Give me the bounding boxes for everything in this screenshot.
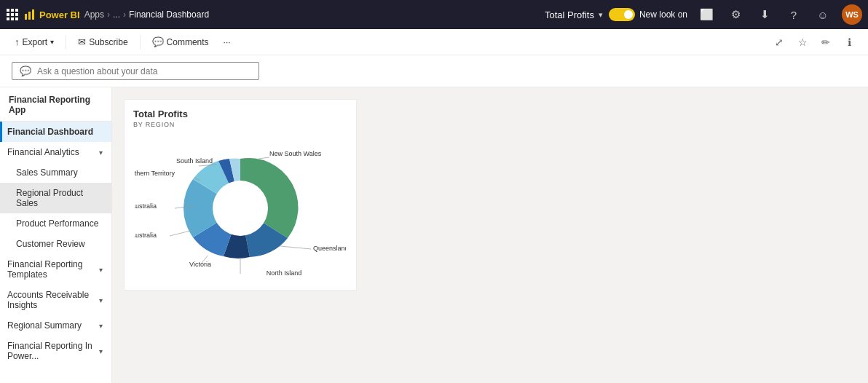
center-title-text: Total Profits bbox=[545, 9, 594, 20]
sidebar-item-sales-summary[interactable]: Sales Summary bbox=[0, 162, 111, 183]
donut-hole bbox=[213, 181, 268, 236]
sidebar-item-financial-analytics[interactable]: Financial Analytics ▾ bbox=[0, 142, 111, 162]
chart-subtitle: BY REGION bbox=[133, 121, 347, 128]
svg-rect-10 bbox=[28, 12, 31, 20]
sidebar-app-name-text: Financial Reporting App bbox=[9, 95, 90, 115]
nav-right: New look on ⬜ ⚙ ⬇ ? ☺ WS bbox=[609, 4, 862, 25]
app-grid-icon[interactable] bbox=[6, 8, 19, 21]
sidebar-item-label: Customer Review bbox=[16, 239, 103, 249]
svg-line-17 bbox=[280, 246, 311, 249]
top-navigation: Power BI Apps › ... › Financial Dashboar… bbox=[0, 0, 868, 29]
new-look-toggle[interactable] bbox=[609, 8, 635, 21]
sidebar-item-regional-summary[interactable]: Regional Summary ▾ bbox=[0, 315, 111, 336]
sidebar-item-financial-dashboard[interactable]: Financial Dashboard bbox=[0, 122, 111, 142]
chevron-down-icon: ▾ bbox=[99, 322, 103, 330]
chevron-down-icon: ▾ bbox=[99, 296, 103, 304]
subscribe-button[interactable]: ✉ Subscribe bbox=[72, 33, 133, 50]
ask-question-bar: 💬 bbox=[0, 55, 868, 87]
svg-rect-6 bbox=[7, 17, 9, 20]
new-look-toggle-container: New look on bbox=[609, 8, 687, 21]
label-queensland: Queensland bbox=[313, 245, 346, 252]
sidebar-item-label: Financial Analytics bbox=[7, 147, 99, 157]
svg-rect-2 bbox=[15, 9, 18, 12]
export-button[interactable]: ↑ Export ▾ bbox=[9, 33, 60, 50]
export-label: Export bbox=[23, 37, 48, 47]
settings-icon[interactable]: ⚙ bbox=[725, 4, 746, 25]
power-bi-label: Power BI bbox=[39, 9, 80, 20]
svg-line-16 bbox=[170, 230, 193, 236]
subscribe-icon: ✉ bbox=[78, 36, 86, 47]
edit-icon[interactable]: ✏ bbox=[816, 32, 836, 52]
sidebar: Financial Reporting App Financial Dashbo… bbox=[0, 87, 112, 383]
label-south-australia: South Australia bbox=[135, 232, 157, 239]
label-western-australia: Western Australia bbox=[135, 202, 157, 210]
sidebar-item-accounts-receivable[interactable]: Accounts Receivable Insights ▾ bbox=[0, 285, 111, 315]
emoji-icon[interactable]: ☺ bbox=[813, 4, 833, 25]
ask-input[interactable] bbox=[37, 66, 251, 76]
svg-rect-5 bbox=[15, 13, 18, 16]
toolbar-separator-2 bbox=[140, 35, 141, 50]
sidebar-item-label: Regional Product Sales bbox=[16, 188, 103, 208]
sidebar-item-financial-reporting-templates[interactable]: Financial Reporting Templates ▾ bbox=[0, 254, 111, 285]
ask-input-container[interactable]: 💬 bbox=[12, 62, 259, 80]
chevron-down-icon: ▾ bbox=[99, 347, 103, 355]
toolbar-right-actions: ⤢ ☆ ✏ ℹ bbox=[769, 32, 859, 52]
export-icon: ↑ bbox=[15, 36, 20, 47]
user-avatar[interactable]: WS bbox=[842, 4, 862, 25]
action-toolbar: ↑ Export ▾ ✉ Subscribe 💬 Comments ··· ⤢ … bbox=[0, 29, 868, 55]
breadcrumb-current: Financial Dashboard bbox=[129, 9, 209, 20]
sidebar-item-label: Regional Summary bbox=[7, 320, 99, 331]
nav-left: Power BI Apps › ... › Financial Dashboar… bbox=[6, 8, 539, 21]
new-look-label: New look on bbox=[639, 9, 687, 20]
sidebar-item-financial-reporting-power[interactable]: Financial Reporting In Power... ▾ bbox=[0, 336, 111, 366]
sidebar-item-label: Accounts Receivable Insights bbox=[7, 290, 99, 310]
breadcrumb-apps[interactable]: Apps bbox=[84, 9, 104, 20]
info-icon[interactable]: ℹ bbox=[839, 32, 859, 52]
svg-rect-8 bbox=[15, 17, 18, 20]
title-chevron-icon[interactable]: ▾ bbox=[599, 10, 603, 20]
donut-chart-area: New South Wales South Island Northern Te… bbox=[133, 135, 347, 281]
chart-title: Total Profits bbox=[133, 108, 347, 119]
star-icon[interactable]: ☆ bbox=[792, 32, 813, 52]
label-nsw: New South Wales bbox=[269, 150, 322, 157]
download-icon[interactable]: ⬇ bbox=[754, 4, 775, 25]
more-icon: ··· bbox=[224, 37, 231, 47]
ask-chat-icon: 💬 bbox=[20, 66, 31, 76]
power-bi-logo[interactable]: Power BI bbox=[23, 8, 80, 21]
chevron-down-icon: ▾ bbox=[99, 266, 103, 274]
label-south-island: South Island bbox=[176, 157, 213, 165]
sidebar-item-label: Financial Dashboard bbox=[7, 127, 103, 137]
svg-rect-9 bbox=[25, 14, 27, 20]
nav-center-title: Total Profits ▾ bbox=[545, 9, 603, 20]
svg-rect-7 bbox=[11, 17, 14, 20]
sidebar-app-name: Financial Reporting App bbox=[0, 87, 111, 122]
sidebar-item-label: Financial Reporting Templates bbox=[7, 259, 99, 280]
chevron-up-icon: ▾ bbox=[99, 149, 103, 157]
monitor-icon[interactable]: ⬜ bbox=[696, 4, 717, 25]
sidebar-item-regional-product-sales[interactable]: Regional Product Sales bbox=[0, 183, 111, 213]
comments-icon: 💬 bbox=[152, 36, 164, 47]
toolbar-separator-1 bbox=[66, 35, 66, 50]
sidebar-item-label: Financial Reporting In Power... bbox=[7, 341, 99, 361]
label-victoria: Victoria bbox=[189, 261, 211, 268]
breadcrumb: Apps › ... › Financial Dashboard bbox=[84, 9, 209, 20]
avatar-initials: WS bbox=[845, 10, 859, 19]
sidebar-item-label: Sales Summary bbox=[16, 167, 103, 178]
donut-chart-svg: New South Wales South Island Northern Te… bbox=[135, 135, 346, 281]
breadcrumb-ellipsis[interactable]: ... bbox=[113, 9, 120, 20]
comments-button[interactable]: 💬 Comments bbox=[146, 33, 215, 50]
subscribe-label: Subscribe bbox=[89, 37, 127, 47]
sidebar-item-customer-review[interactable]: Customer Review bbox=[0, 234, 111, 254]
content-area: Total Profits BY REGION New South Wales … bbox=[112, 87, 868, 383]
svg-rect-11 bbox=[32, 9, 34, 20]
fullscreen-icon[interactable]: ⤢ bbox=[769, 32, 789, 52]
sidebar-item-product-performance[interactable]: Product Performance bbox=[0, 213, 111, 234]
label-north-island: North Island bbox=[267, 269, 302, 277]
svg-rect-4 bbox=[11, 13, 14, 16]
svg-rect-0 bbox=[7, 9, 9, 12]
comments-label: Comments bbox=[167, 37, 209, 47]
more-options-button[interactable]: ··· bbox=[218, 34, 237, 50]
svg-rect-3 bbox=[7, 13, 9, 16]
total-profits-chart-card: Total Profits BY REGION New South Wales … bbox=[124, 99, 357, 291]
help-icon[interactable]: ? bbox=[784, 4, 804, 25]
